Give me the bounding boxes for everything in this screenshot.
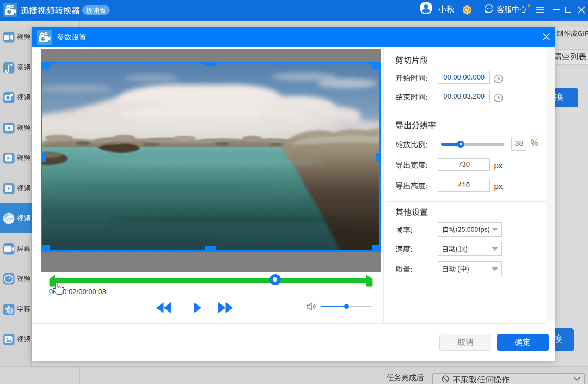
svg-text:T: T: [9, 309, 12, 314]
svg-text:GIF: GIF: [7, 218, 13, 222]
